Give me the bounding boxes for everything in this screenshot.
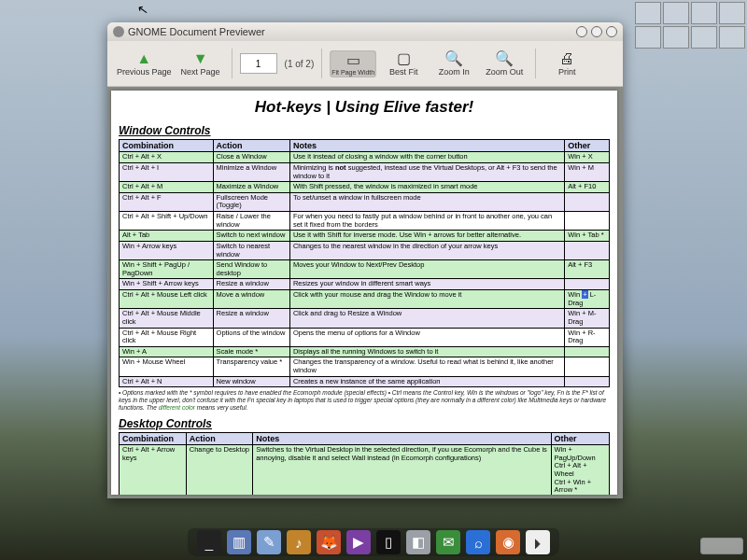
dock-search[interactable]: ⌕ [466,530,490,554]
maximize-button[interactable] [591,26,602,37]
app-icon [113,26,124,37]
arrow-down-icon: ▼ [192,50,209,67]
dock: _ ▥ ✎ ♪ 🦊 ▶ ▯ ◧ ✉ ⌕ ◉ ⏵ [188,528,559,556]
workspace-pager[interactable] [635,2,745,49]
document-viewport[interactable]: Hot-keys | Using Elive faster! Window Co… [107,87,623,498]
doc-title: Hot-keys | Using Elive faster! [119,98,610,117]
fit-page-width-button[interactable]: ▭ Fit Page Width [330,50,376,77]
dock-ipod[interactable]: ▯ [376,530,401,554]
toolbar: ▲ Previous Page ▼ Next Page (1 of 2) ▭ F… [107,41,623,87]
dock-music[interactable]: ♪ [287,530,311,554]
zoom-in-button[interactable]: 🔍 Zoom In [430,49,477,78]
window-title: GNOME Document Previewer [128,26,265,37]
fit-width-icon: ▭ [345,52,361,69]
print-icon: 🖨 [558,50,575,67]
next-page-button[interactable]: ▼ Next Page [177,49,224,78]
dock-browser[interactable]: 🦊 [317,530,341,554]
dock-media[interactable]: ▶ [346,530,371,554]
dock-chat[interactable]: ✉ [436,530,460,554]
zoom-out-button[interactable]: 🔍 Zoom Out [481,49,528,78]
cursor-icon: ↖ [136,1,150,18]
clock-widget[interactable] [700,538,743,554]
dock-run[interactable]: ⏵ [526,530,550,554]
footnote: • Options marked with the * symbol requi… [119,389,610,411]
zoom-out-icon: 🔍 [496,50,513,67]
document-page: Hot-keys | Using Elive faster! Window Co… [111,91,617,495]
document-previewer-window: GNOME Document Previewer ▲ Previous Page… [107,22,623,498]
dock-files[interactable]: ▥ [227,530,251,554]
section-window-controls: Window Controls [119,124,610,137]
page-count-label: (1 of 2) [285,59,315,69]
page-number-input[interactable] [240,53,277,74]
section-desktop-controls: Desktop Controls [119,417,610,430]
desktop-controls-table: CombinationActionNotesOther Ctrl + Alt +… [119,432,610,495]
best-fit-icon: ▢ [395,50,412,67]
dock-vm[interactable]: ◧ [406,530,430,554]
titlebar[interactable]: GNOME Document Previewer [107,22,623,41]
print-button[interactable]: 🖨 Print [543,49,590,78]
best-fit-button[interactable]: ▢ Best Fit [380,49,427,78]
close-button[interactable] [606,26,617,37]
arrow-up-icon: ▲ [135,50,152,67]
zoom-in-icon: 🔍 [445,50,462,67]
minimize-button[interactable] [576,26,587,37]
dock-app[interactable]: ◉ [496,530,520,554]
previous-page-button[interactable]: ▲ Previous Page [115,49,174,78]
dock-editor[interactable]: ✎ [257,530,281,554]
dock-terminal[interactable]: _ [197,530,221,554]
window-controls-table: CombinationActionNotesOther Ctrl + Alt +… [119,139,610,387]
